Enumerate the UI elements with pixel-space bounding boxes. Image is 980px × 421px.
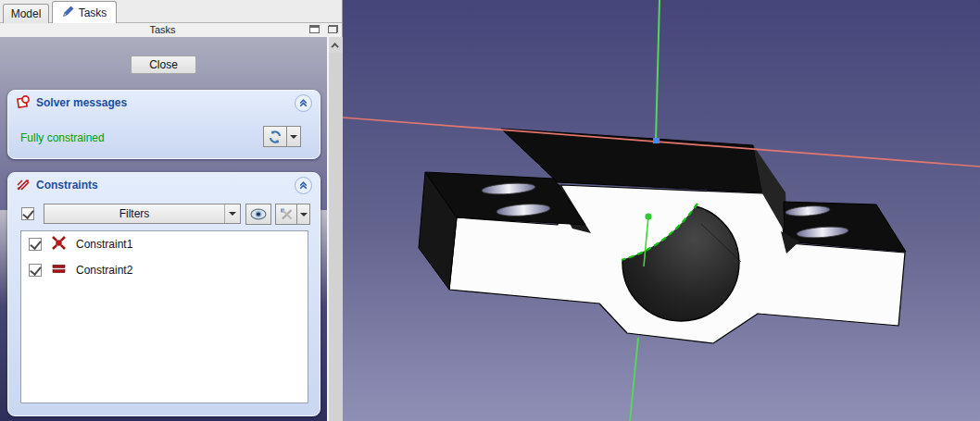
solver-sketch-icon [16,94,31,112]
constraint2-checkbox[interactable] [29,264,42,277]
double-chevron-up-icon [297,180,309,192]
task-scrollbar[interactable] [327,37,343,421]
constraint1-checkbox[interactable] [29,238,42,251]
dropdown-arrow-icon [290,135,297,139]
update-dropdown-button[interactable] [287,126,301,147]
constraints-icon [16,177,31,194]
solver-messages-panel: Solver messages Fully constrained [7,90,320,159]
float-icon[interactable] [328,25,338,33]
pencil-icon [62,6,74,20]
filters-combobox-arrow[interactable] [224,204,240,223]
tab-tasks[interactable]: Tasks [52,1,117,23]
tasks-titlebar-label: Tasks [0,24,325,35]
solver-status-text: Fully constrained [20,131,105,144]
scroll-up-button[interactable] [329,37,343,53]
combo-view-tabbar: Model Tasks [0,0,342,23]
task-dialog-area: Close Solver messages [0,37,343,421]
constraints-title: Constraints [36,179,98,192]
3d-viewport[interactable] [343,0,980,421]
constraint-settings-dropdown[interactable] [297,204,310,225]
select-all-checkbox[interactable] [21,207,34,220]
constraint-label: Constraint1 [76,238,132,251]
tab-model[interactable]: Model [3,4,49,23]
sketch-center-point[interactable] [645,213,651,219]
tab-model-label: Model [11,7,42,20]
filters-combobox-label: Filters [44,207,224,220]
dropdown-arrow-icon [300,213,308,217]
filter-settings-icon [280,207,294,221]
constraint-row[interactable]: Constraint2 [21,257,308,283]
origin-point[interactable] [653,138,660,143]
combo-view-panel: Model Tasks Tasks Close [0,0,343,421]
constraint-row[interactable]: Constraint1 [21,231,308,257]
constraint-settings-button[interactable] [275,204,297,225]
refresh-icon [268,130,283,144]
tasks-titlebar: Tasks [0,23,342,37]
constraints-panel: Constraints Filters [7,172,320,416]
filters-combobox[interactable]: Filters [44,204,241,224]
constraint-filters-row: Filters [20,204,308,225]
solver-messages-title: Solver messages [36,96,127,109]
visibility-eye-icon [250,208,267,220]
coincident-constraint-icon [50,234,68,254]
double-chevron-up-icon [297,97,309,109]
close-button[interactable]: Close [131,56,196,74]
constraints-header[interactable]: Constraints [8,173,320,197]
freecad-window: Model Tasks Tasks Close [0,0,980,421]
equal-constraint-icon [50,260,68,280]
solver-messages-header[interactable]: Solver messages [8,91,320,115]
manual-update-button[interactable] [263,126,287,147]
chevron-up-icon [331,43,338,50]
solver-collapse-button[interactable] [295,94,312,112]
dropdown-arrow-icon [229,212,236,216]
constraint-list[interactable]: Constraint1 Constraint2 [20,230,308,403]
constraint-label: Constraint2 [76,264,132,277]
tab-tasks-label: Tasks [79,6,107,19]
constraints-collapse-button[interactable] [295,177,312,194]
show-hide-button[interactable] [245,204,271,225]
dock-icon[interactable] [309,25,320,33]
